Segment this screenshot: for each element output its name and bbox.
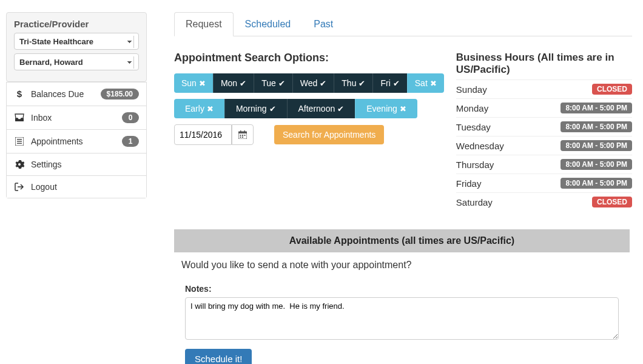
sidebar-item-badge: 1	[122, 136, 139, 147]
hours-badge: 8:00 AM - 5:00 PM	[561, 103, 632, 113]
business-hours-day: Friday	[456, 178, 482, 189]
gear-icon	[14, 160, 25, 169]
hours-badge: 8:00 AM - 5:00 PM	[561, 121, 632, 132]
svg-rect-7	[238, 132, 247, 133]
sidebar-item-label: Inbox	[31, 113, 122, 123]
day-toggle-label: Thu	[342, 78, 356, 88]
business-hours-row: Tuesday8:00 AM - 5:00 PM	[456, 117, 632, 136]
day-toggle-label: Sat	[415, 78, 428, 88]
appointment-tabs: Request Scheduled Past	[174, 12, 632, 36]
check-icon: ✔	[359, 79, 365, 88]
x-icon: ✖	[199, 79, 206, 88]
list-icon	[14, 137, 25, 146]
search-options-heading: Appointment Search Options:	[174, 52, 444, 64]
svg-rect-13	[240, 136, 241, 138]
sidebar-item-appointments[interactable]: Appointments1	[7, 129, 146, 153]
period-toggle-label: Morning	[236, 104, 267, 113]
period-toggle-evening[interactable]: Evening ✖	[355, 99, 417, 118]
day-toggle-label: Mon	[221, 78, 237, 88]
svg-rect-2	[17, 139, 22, 140]
day-toggle-group: Sun ✖Mon ✔Tue ✔Wed ✔Thu ✔Fri ✔Sat ✖	[174, 73, 444, 93]
business-hours-row: SaturdayCLOSED	[456, 192, 632, 211]
check-icon: ✔	[393, 79, 400, 88]
calendar-icon	[238, 130, 247, 139]
sidebar-item-label: Balances Due	[31, 89, 101, 99]
tab-past[interactable]: Past	[302, 12, 345, 36]
available-appointments-header: Available Appointments (all times are US…	[174, 229, 630, 252]
practice-select[interactable]: Tri-State Healthcare	[14, 33, 139, 50]
tab-scheduled[interactable]: Scheduled	[234, 12, 303, 36]
closed-badge: CLOSED	[592, 197, 632, 207]
business-hours-row: Thursday8:00 AM - 5:00 PM	[456, 155, 632, 174]
business-hours-day: Wednesday	[456, 141, 504, 151]
x-icon: ✖	[207, 104, 214, 113]
note-question: Would you like to send a note with your …	[181, 260, 632, 271]
svg-rect-8	[240, 130, 241, 132]
svg-rect-3	[17, 141, 22, 141]
svg-rect-9	[244, 130, 246, 132]
svg-rect-10	[240, 135, 241, 136]
svg-rect-11	[242, 135, 243, 136]
business-hours-day: Sunday	[456, 84, 487, 95]
sidebar-item-inbox[interactable]: Inbox0	[7, 106, 146, 129]
date-input[interactable]	[174, 124, 232, 145]
sidebar-item-label: Logout	[31, 182, 139, 192]
business-hours-day: Saturday	[456, 197, 493, 207]
business-hours-title: Business Hours (All times are in US/Paci…	[456, 52, 632, 76]
hours-badge: 8:00 AM - 5:00 PM	[561, 140, 632, 151]
sidebar-item-settings[interactable]: Settings	[7, 153, 146, 175]
dollar-icon: $	[14, 89, 25, 99]
sidebar-item-label: Settings	[31, 160, 139, 169]
business-hours-row: Friday8:00 AM - 5:00 PM	[456, 174, 632, 192]
day-toggle-label: Wed	[300, 78, 318, 88]
business-hours-row: SundayCLOSED	[456, 79, 632, 98]
day-toggle-wed[interactable]: Wed ✔	[292, 73, 334, 93]
day-toggle-tue[interactable]: Tue ✔	[254, 73, 292, 93]
business-hours-day: Tuesday	[456, 122, 491, 132]
schedule-it-button[interactable]: Schedule it!	[185, 349, 252, 364]
sidebar-item-logout[interactable]: Logout	[7, 175, 146, 198]
svg-point-5	[18, 163, 21, 166]
practice-panel-title: Practice/Provider	[14, 19, 139, 29]
svg-rect-4	[17, 143, 22, 144]
business-hours-day: Monday	[456, 103, 488, 113]
period-toggle-group: Early ✖Morning ✔Afternoon ✔Evening ✖	[174, 99, 417, 118]
day-toggle-sun[interactable]: Sun ✖	[174, 73, 213, 93]
practice-provider-panel: Practice/Provider Tri-State Healthcare B…	[6, 12, 147, 82]
day-toggle-label: Tue	[261, 78, 276, 88]
day-toggle-mon[interactable]: Mon ✔	[213, 73, 254, 93]
notes-textarea[interactable]	[185, 297, 619, 340]
day-toggle-thu[interactable]: Thu ✔	[334, 73, 372, 93]
period-toggle-afternoon[interactable]: Afternoon ✔	[287, 99, 355, 118]
search-appointments-button[interactable]: Search for Appointments	[274, 125, 384, 144]
business-hours-row: Monday8:00 AM - 5:00 PM	[456, 98, 632, 117]
check-icon: ✔	[269, 104, 276, 113]
day-toggle-sat[interactable]: Sat ✖	[407, 73, 444, 93]
tab-request[interactable]: Request	[174, 12, 234, 36]
logout-icon	[14, 183, 25, 191]
closed-badge: CLOSED	[592, 84, 632, 95]
check-icon: ✔	[337, 104, 344, 113]
period-toggle-early[interactable]: Early ✖	[174, 99, 224, 118]
day-toggle-label: Fri	[380, 78, 390, 88]
day-toggle-label: Sun	[181, 78, 197, 88]
sidebar-item-badge: 0	[122, 112, 139, 123]
hours-badge: 8:00 AM - 5:00 PM	[561, 159, 632, 170]
check-icon: ✔	[278, 79, 285, 88]
period-toggle-label: Early	[185, 104, 204, 113]
sidebar-item-balances-due[interactable]: $Balances Due$185.00	[7, 82, 146, 106]
notes-label: Notes:	[185, 284, 632, 294]
period-toggle-morning[interactable]: Morning ✔	[224, 99, 287, 118]
period-toggle-label: Afternoon	[298, 104, 335, 113]
svg-rect-12	[244, 135, 246, 136]
inbox-icon	[14, 113, 25, 122]
check-icon: ✔	[320, 79, 326, 88]
business-hours-row: Wednesday8:00 AM - 5:00 PM	[456, 136, 632, 155]
period-toggle-label: Evening	[366, 104, 397, 113]
x-icon: ✖	[400, 104, 406, 113]
calendar-button[interactable]	[232, 124, 254, 145]
hours-badge: 8:00 AM - 5:00 PM	[561, 178, 632, 189]
provider-select[interactable]: Bernard, Howard	[14, 53, 139, 70]
day-toggle-fri[interactable]: Fri ✔	[372, 73, 406, 93]
svg-text:$: $	[17, 89, 22, 99]
